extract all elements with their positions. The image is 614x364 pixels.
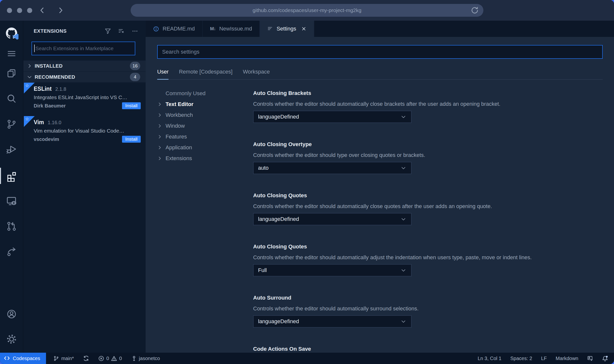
dropdown-value: languageDefined bbox=[258, 114, 299, 120]
toc-text-editor[interactable]: Text Editor bbox=[157, 99, 238, 110]
extension-description: Integrates ESLint JavaScript into VS C… bbox=[34, 94, 140, 100]
error-icon bbox=[98, 356, 104, 361]
activity-account-button[interactable] bbox=[0, 306, 23, 322]
notifications-status[interactable] bbox=[602, 355, 608, 362]
setting-section-heading: Code Actions On Save bbox=[253, 345, 603, 353]
extension-item-vim[interactable]: ☆ Vim 1.16.0 Vim emulation for Visual St… bbox=[23, 116, 146, 150]
problems-status[interactable]: 0 0 bbox=[98, 356, 122, 361]
branch-status[interactable]: main* bbox=[53, 356, 74, 361]
extension-author: vscodevim bbox=[34, 136, 59, 142]
chevron-down-icon bbox=[400, 165, 407, 171]
source-control-icon bbox=[6, 119, 17, 130]
text-caret bbox=[34, 45, 35, 52]
run-debug-icon bbox=[6, 144, 17, 155]
activity-search-button[interactable] bbox=[0, 91, 23, 106]
scope-tab-user[interactable]: User bbox=[157, 69, 169, 79]
cursor-position[interactable]: Ln 3, Col 1 bbox=[478, 356, 502, 361]
extension-item-eslint[interactable]: ☆ ESLint 2.1.8 Integrates ESLint JavaScr… bbox=[23, 83, 146, 116]
install-button[interactable]: Install bbox=[122, 136, 141, 143]
extensions-search-box[interactable] bbox=[31, 42, 135, 55]
sync-status[interactable] bbox=[83, 355, 89, 361]
setting-title: Auto Closing Quotes bbox=[253, 192, 603, 199]
reload-icon[interactable] bbox=[471, 7, 478, 14]
toc-features[interactable]: Features bbox=[157, 131, 238, 142]
feedback-status[interactable] bbox=[587, 355, 593, 361]
filter-icon[interactable] bbox=[105, 28, 111, 34]
tab-readme[interactable]: README.md bbox=[146, 21, 203, 37]
activity-menu-button[interactable] bbox=[0, 46, 23, 61]
setting-row-auto-closing-overtype: Auto Closing Overtype Controls whether t… bbox=[253, 141, 603, 174]
settings-gear-icon bbox=[6, 334, 17, 345]
extensions-icon bbox=[6, 170, 17, 182]
window-close-button[interactable] bbox=[7, 8, 12, 13]
search-icon bbox=[6, 93, 17, 104]
star-icon: ☆ bbox=[25, 117, 29, 121]
setting-description: Controls whether the editor should autom… bbox=[253, 305, 603, 312]
activity-settings-button[interactable] bbox=[0, 331, 23, 347]
clear-filter-icon[interactable] bbox=[118, 28, 125, 34]
settings-search-input[interactable] bbox=[158, 49, 602, 55]
window-zoom-button[interactable] bbox=[27, 8, 32, 13]
toc-application[interactable]: Application bbox=[157, 142, 238, 153]
tab-newissue[interactable]: M↓ NewIssue.md bbox=[203, 21, 260, 37]
settings-list: Auto Closing Brackets Controls whether t… bbox=[253, 88, 603, 353]
dropdown-value: auto bbox=[258, 165, 269, 171]
settings-toc: Commonly Used Text Editor Workbench bbox=[157, 88, 238, 353]
back-icon[interactable] bbox=[38, 6, 46, 14]
status-bar: Codespaces main* 0 0 jasonetco Ln 3, Col bbox=[0, 353, 614, 364]
window-controls bbox=[7, 8, 32, 13]
window-minimize-button[interactable] bbox=[17, 8, 22, 13]
settings-search-box[interactable] bbox=[157, 45, 603, 59]
person-icon bbox=[131, 356, 137, 361]
activity-remote-explorer-button[interactable] bbox=[0, 193, 23, 209]
activity-live-share-button[interactable] bbox=[0, 244, 23, 260]
extension-version: 1.16.0 bbox=[48, 120, 61, 125]
tab-label: NewIssue.md bbox=[219, 26, 252, 32]
activity-pull-requests-button[interactable] bbox=[0, 218, 23, 234]
address-bar[interactable]: github.com/codespaces/user-my-project-mg… bbox=[131, 4, 483, 17]
install-button[interactable]: Install bbox=[122, 102, 141, 109]
dropdown-value: languageDefined bbox=[258, 318, 299, 325]
extensions-search-input[interactable] bbox=[32, 46, 135, 51]
markdown-icon: M↓ bbox=[210, 26, 216, 31]
user-status[interactable]: jasonetco bbox=[131, 356, 160, 361]
more-actions-icon[interactable] bbox=[132, 28, 138, 34]
setting-row-auto-closing-quotes-2: Auto Closing Quotes Controls whether the… bbox=[253, 243, 603, 276]
setting-row-auto-surround: Auto Surround Controls whether the edito… bbox=[253, 294, 603, 328]
url-text: github.com/codespaces/user-my-project-mg… bbox=[253, 7, 361, 13]
activity-source-control-button[interactable] bbox=[0, 116, 23, 132]
forward-icon[interactable] bbox=[57, 6, 64, 14]
setting-dropdown[interactable]: auto bbox=[253, 162, 412, 174]
activity-run-debug-button[interactable] bbox=[0, 142, 23, 157]
remote-icon bbox=[4, 355, 10, 361]
setting-dropdown[interactable]: Full bbox=[253, 264, 412, 276]
chevron-down-icon bbox=[400, 267, 407, 273]
setting-dropdown[interactable]: languageDefined bbox=[253, 111, 412, 123]
sync-icon bbox=[83, 355, 89, 361]
activity-github-codespaces-button[interactable] bbox=[0, 25, 23, 41]
close-tab-icon[interactable] bbox=[301, 26, 307, 31]
activity-explorer-button[interactable] bbox=[0, 65, 23, 81]
setting-description: Controls whether the editor should autom… bbox=[253, 203, 603, 210]
codespaces-remote-indicator[interactable]: Codespaces bbox=[0, 353, 46, 364]
active-view-indicator bbox=[0, 168, 1, 184]
section-installed[interactable]: INSTALLED 16 bbox=[23, 61, 146, 72]
toc-commonly-used[interactable]: Commonly Used bbox=[157, 88, 238, 99]
indentation[interactable]: Spaces: 2 bbox=[510, 356, 532, 361]
toc-workbench[interactable]: Workbench bbox=[157, 110, 238, 121]
setting-description: Controls whether the editor should type … bbox=[253, 152, 603, 159]
language-mode[interactable]: Markdown bbox=[556, 356, 578, 361]
section-recommended[interactable]: RECOMMENDED 4 bbox=[23, 72, 146, 83]
setting-dropdown[interactable]: languageDefined bbox=[253, 213, 412, 225]
toc-window[interactable]: Window bbox=[157, 121, 238, 131]
sidebar-title: EXTENSIONS bbox=[34, 28, 67, 34]
setting-dropdown[interactable]: languageDefined bbox=[253, 315, 412, 328]
settings-scope-tabs: User Remote [Codespaces] Workspace bbox=[157, 69, 603, 80]
scope-tab-workspace[interactable]: Workspace bbox=[243, 69, 270, 79]
activity-extensions-button[interactable] bbox=[0, 168, 23, 184]
tab-settings[interactable]: Settings bbox=[260, 21, 314, 37]
toc-extensions[interactable]: Extensions bbox=[157, 153, 238, 164]
eol-sequence[interactable]: LF bbox=[541, 356, 547, 361]
scope-tab-remote[interactable]: Remote [Codespaces] bbox=[179, 69, 232, 79]
chevron-right-icon bbox=[157, 102, 166, 107]
